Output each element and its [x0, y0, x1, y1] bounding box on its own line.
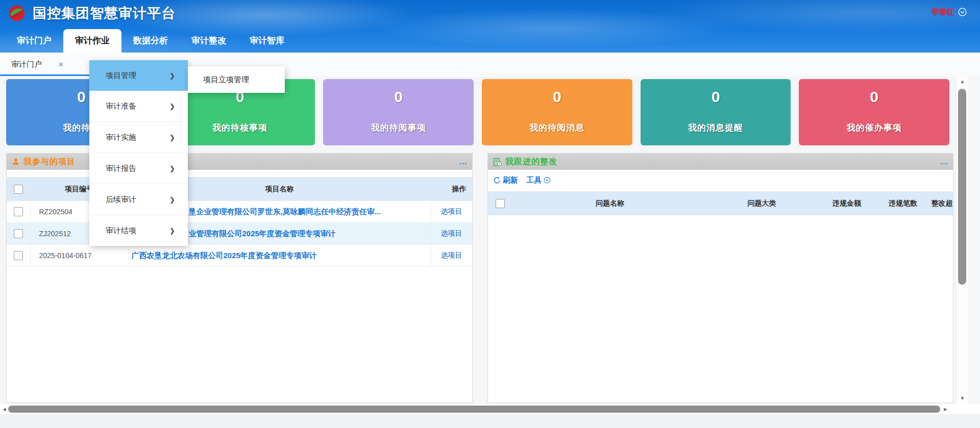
menu-item-audit-closing[interactable]: 审计结项 ❯: [89, 215, 188, 246]
table-header-row: 问题名称 问题大类 违规金额 违规笔数 整改超: [488, 192, 953, 215]
table-row: 2025-0104-0617 广西农垦龙北农场有限公司2025年度资金管理专项审…: [7, 245, 472, 267]
scroll-up-arrow[interactable]: ▲: [956, 79, 969, 84]
chevron-right-icon: ❯: [169, 134, 175, 141]
col-header-issue-category: 问题大类: [707, 192, 816, 215]
card-my-unread-messages[interactable]: 0 我的待阅消息: [482, 79, 632, 145]
tab-label: 审计门户: [11, 60, 42, 69]
my-rectifications-more-button[interactable]: ...: [940, 159, 948, 164]
refresh-icon: [493, 177, 501, 184]
card-label: 我的催办事项: [799, 122, 949, 134]
chevron-right-icon: ❯: [169, 72, 175, 80]
card-label: 我的待阅事项: [323, 122, 474, 134]
app-logo-icon: [7, 4, 27, 23]
col-header-violation-count: 违规笔数: [877, 192, 928, 215]
card-my-urging-items[interactable]: 0 我的催办事项: [799, 79, 949, 145]
page-title: 国控集团智慧审计平台: [33, 4, 176, 22]
rectifications-table: 问题名称 问题大类 违规金额 违规笔数 整改超: [488, 191, 953, 215]
menu-item-label: 审计报告: [106, 164, 136, 173]
scroll-right-arrow[interactable]: ►: [943, 406, 948, 412]
project-code: 2025-0104-0617: [30, 245, 128, 267]
menu-item-label: 审计准备: [106, 102, 136, 111]
nav-item-audit-knowledge[interactable]: 审计智库: [238, 29, 296, 53]
tools-label: 工具: [526, 175, 542, 185]
audit-work-dropdown-menu: 项目管理 ❯ 审计准备 ❯ 审计实施 ❯ 审计报告 ❯ 后续审计 ❯ 审计结项 …: [89, 60, 188, 246]
nav-item-audit-portal[interactable]: 审计门户: [5, 29, 63, 53]
card-label: 我的待阅消息: [482, 122, 632, 134]
table-header-row: 项目编号 项目名称 操作: [7, 178, 472, 201]
row-checkbox[interactable]: [14, 207, 23, 216]
horizontal-scrollbar-thumb[interactable]: [8, 406, 940, 413]
card-label: 我的消息提醒: [641, 122, 791, 134]
menu-item-label: 审计结项: [106, 226, 136, 236]
my-rectifications-title: 我跟进的整改: [505, 157, 557, 167]
nav-item-audit-work[interactable]: 审计作业: [63, 29, 121, 53]
menu-item-label: 项目管理: [106, 71, 136, 81]
card-value: 0: [799, 88, 949, 106]
brand: 国控集团智慧审计平台: [7, 4, 176, 23]
card-my-message-reminders[interactable]: 0 我的消息提醒: [641, 79, 791, 145]
menu-item-audit-report[interactable]: 审计报告 ❯: [89, 153, 188, 184]
card-value: 0: [323, 88, 474, 106]
chevron-right-icon: ❯: [169, 103, 175, 110]
chevron-right-icon: ❯: [169, 227, 175, 235]
my-projects-title: 我参与的项目: [23, 157, 76, 167]
select-all-checkbox[interactable]: [14, 185, 23, 194]
my-rectifications-panel-header: 我跟进的整改 ...: [488, 154, 953, 170]
select-project-button[interactable]: 选项目: [441, 251, 462, 259]
vertical-scrollbar-thumb[interactable]: [958, 89, 966, 285]
scroll-down-arrow[interactable]: ▼: [956, 395, 969, 401]
select-all-checkbox[interactable]: [496, 199, 505, 208]
refresh-button[interactable]: 刷新: [493, 175, 518, 185]
tools-button[interactable]: 工具: [526, 175, 551, 185]
card-my-read-items[interactable]: 0 我的待阅事项: [323, 79, 474, 145]
menu-item-project-management[interactable]: 项目管理 ❯: [89, 60, 188, 91]
my-projects-panel-header: 我参与的项目 ...: [7, 154, 472, 170]
submenu-project-initiation[interactable]: 项目立项管理: [188, 66, 285, 93]
menu-item-audit-implementation[interactable]: 审计实施 ❯: [89, 122, 188, 153]
tab-close-icon[interactable]: ✕: [58, 61, 64, 68]
my-projects-panel: 我参与的项目 ... 项目编号 项目名称 操作 RZ202504 垦企业管理有限…: [6, 153, 473, 403]
chevron-right-icon: ❯: [169, 165, 175, 172]
col-header-issue-name: 问题名称: [512, 192, 707, 215]
app-window: 国控集团智慧审计平台 李春红 审计门户 审计作业 数据分析 审计整改 审计智库 …: [0, 0, 980, 428]
document-clock-icon: [493, 158, 502, 166]
menu-item-followup-audit[interactable]: 后续审计 ❯: [89, 184, 188, 215]
project-name-link[interactable]: 广西农垦龙北农场有限公司2025年度资金管理专项审计: [128, 245, 431, 267]
menu-item-label: 审计实施: [106, 133, 136, 142]
app-header: 国控集团智慧审计平台 李春红 审计门户 审计作业 数据分析 审计整改 审计智库: [0, 0, 980, 53]
person-icon: [12, 158, 20, 166]
my-rectifications-panel: 我跟进的整改 ... 刷新 工具: [487, 153, 953, 403]
col-header-rectify-overdue: 整改超: [929, 199, 954, 208]
user-menu[interactable]: 李春红: [932, 7, 967, 17]
tools-chevron-down-icon: [544, 177, 551, 184]
submenu-item-label: 项目立项管理: [203, 75, 249, 85]
col-header-violation-amount: 违规金额: [816, 192, 877, 215]
table-row: ZJ202512 业管理有限公司2025年度资金管理专项审计 选项目: [7, 223, 472, 245]
col-header-action: 操作: [452, 185, 473, 194]
menu-item-audit-preparation[interactable]: 审计准备 ❯: [89, 91, 188, 122]
select-project-button[interactable]: 选项目: [441, 229, 462, 237]
card-value: 0: [482, 88, 632, 106]
select-project-button[interactable]: 选项目: [441, 207, 462, 215]
my-projects-table: 项目编号 项目名称 操作 RZ202504 垦企业管理有限公司罗世东,莫咏麟同志…: [7, 177, 473, 267]
nav-item-audit-rectify[interactable]: 审计整改: [180, 29, 238, 53]
scroll-left-arrow[interactable]: ◄: [2, 406, 7, 412]
card-value: 0: [641, 88, 791, 106]
refresh-label: 刷新: [503, 175, 518, 185]
user-name: 李春红: [932, 7, 954, 17]
user-chevron-down-icon: [958, 8, 967, 16]
table-row: RZ202504 垦企业管理有限公司罗世东,莫咏麟同志任中经济责任审... 选项…: [7, 201, 472, 223]
vertical-scrollbar[interactable]: ▲ ▼: [955, 77, 968, 404]
menu-item-label: 后续审计: [106, 195, 136, 205]
chevron-right-icon: ❯: [169, 196, 175, 204]
nav-item-data-analysis[interactable]: 数据分析: [121, 29, 180, 53]
rectifications-toolbar: 刷新 工具: [488, 170, 953, 190]
row-checkbox[interactable]: [14, 251, 23, 260]
main-nav: 审计门户 审计作业 数据分析 审计整改 审计智库: [5, 29, 296, 53]
horizontal-scrollbar[interactable]: ◄ ►: [0, 404, 980, 414]
row-checkbox[interactable]: [14, 229, 23, 238]
my-projects-more-button[interactable]: ...: [459, 159, 467, 164]
